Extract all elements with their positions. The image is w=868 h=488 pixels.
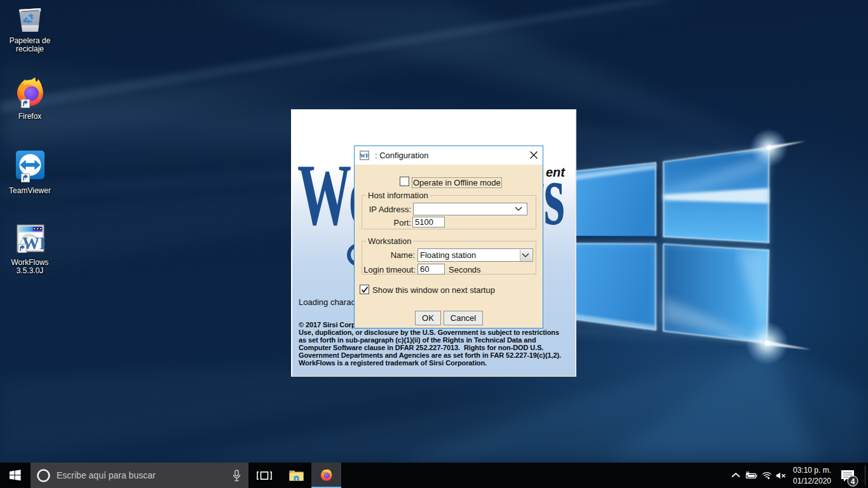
svg-text:4: 4 <box>851 477 855 486</box>
svg-text:ent: ent <box>546 165 566 179</box>
svg-text:WF: WF <box>360 152 369 159</box>
